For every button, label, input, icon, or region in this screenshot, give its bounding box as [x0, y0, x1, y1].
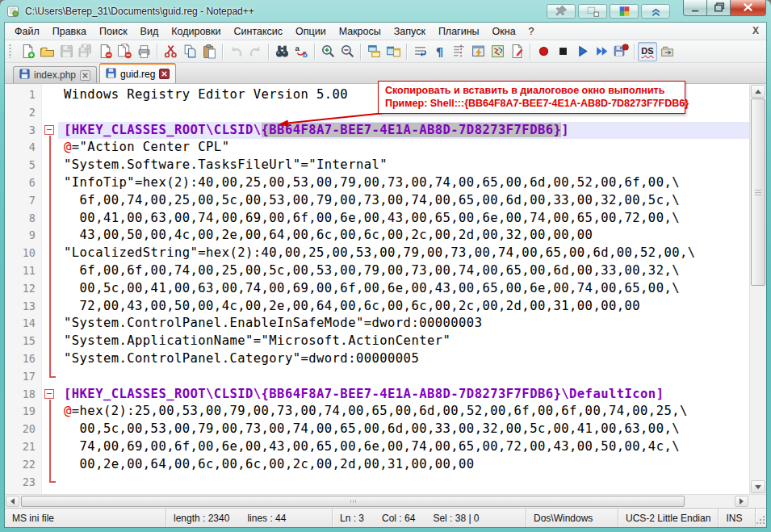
text-area[interactable]: 1Windows Registry Editor Version 5.0023[…: [5, 84, 749, 494]
vertical-scrollbar-thumb[interactable]: [751, 98, 765, 286]
code-text[interactable]: [58, 368, 749, 386]
line-number[interactable]: 2: [5, 104, 42, 122]
menubar-close-icon[interactable]: X: [752, 25, 759, 36]
code-text[interactable]: "System.ControlPanel.Category"=dword:000…: [58, 350, 749, 368]
menu-item-2[interactable]: Правка: [46, 24, 93, 39]
stop-button[interactable]: [553, 42, 572, 61]
code-text[interactable]: "System.Software.TasksFileUrl"="Internal…: [58, 157, 749, 174]
code-text[interactable]: 74,00,69,00,6f,00,6e,00,43,00,65,00,6e,0…: [58, 438, 749, 456]
line-number[interactable]: 4: [5, 139, 42, 157]
record-button[interactable]: [534, 42, 553, 61]
redo-button[interactable]: [245, 42, 265, 61]
horizontal-scrollbar[interactable]: [5, 494, 766, 508]
menu-item-3[interactable]: Поиск: [93, 24, 134, 39]
fold-collapse-icon[interactable]: [44, 125, 54, 135]
copy-button[interactable]: [180, 42, 199, 61]
line-number[interactable]: 21: [5, 438, 42, 456]
zoom-in-button[interactable]: [318, 42, 337, 61]
new-file-button[interactable]: [18, 42, 37, 61]
fold-margin[interactable]: [42, 227, 58, 245]
tab-index.php[interactable]: index.php: [13, 66, 97, 83]
code-text[interactable]: 00,2e,00,64,00,6c,00,6c,00,2c,00,2d,00,3…: [58, 456, 749, 474]
cut-button[interactable]: [161, 42, 180, 61]
fold-margin[interactable]: [42, 262, 58, 280]
menu-item-10[interactable]: Плагины: [432, 24, 486, 39]
save-macro-button[interactable]: [611, 42, 631, 61]
menu-item-6[interactable]: Синтаксис: [227, 24, 289, 39]
line-number[interactable]: 8: [5, 210, 42, 228]
code-text[interactable]: "LocalizedString"=hex(2):40,00,25,00,53,…: [58, 245, 749, 262]
edit-marker-button[interactable]: [507, 42, 526, 61]
fold-margin[interactable]: [42, 104, 58, 122]
fold-margin[interactable]: [42, 139, 58, 157]
code-text[interactable]: 00,5c,00,53,00,79,00,73,00,74,00,65,00,6…: [58, 421, 749, 438]
fold-margin[interactable]: [42, 456, 58, 474]
line-number[interactable]: 20: [5, 421, 42, 438]
line-number[interactable]: 23: [5, 474, 42, 492]
fold-margin[interactable]: [42, 280, 58, 298]
fold-margin[interactable]: [42, 298, 58, 316]
fold-margin[interactable]: [42, 122, 58, 140]
menu-item-9[interactable]: Запуск: [388, 24, 432, 39]
doc-map-button[interactable]: [488, 42, 507, 61]
horizontal-scrollbar-thumb[interactable]: [21, 496, 685, 507]
close-tab-icon[interactable]: [80, 70, 90, 81]
maximize-button[interactable]: [707, 0, 731, 16]
show-symbols-button[interactable]: ¶: [429, 42, 449, 61]
code-text[interactable]: 6f,00,74,00,25,00,5c,00,53,00,79,00,73,0…: [58, 192, 749, 210]
indent-guide-button[interactable]: [449, 42, 468, 61]
code-text[interactable]: "System.ControlPanel.EnableInSafeMode"=d…: [58, 315, 749, 333]
code-text[interactable]: 72,00,43,00,50,00,4c,00,2e,00,64,00,6c,0…: [58, 298, 749, 316]
fold-margin[interactable]: [42, 386, 58, 404]
menu-item-11[interactable]: Окна: [486, 24, 522, 39]
fold-margin[interactable]: [42, 333, 58, 350]
word-wrap-button[interactable]: [410, 42, 429, 61]
horizontal-scrollbar-track[interactable]: [20, 495, 734, 508]
fold-margin[interactable]: [42, 86, 58, 104]
pin-button[interactable]: [547, 4, 576, 19]
scroll-down-icon[interactable]: [751, 480, 765, 493]
fold-margin[interactable]: [42, 421, 58, 438]
title-bar[interactable]: C:\Users\Ветер_31\Documents\guid.reg - N…: [0, 0, 771, 23]
dspell-button[interactable]: DS: [638, 42, 657, 61]
fold-collapse-icon[interactable]: [44, 389, 54, 399]
fold-margin[interactable]: [42, 350, 58, 368]
print-button[interactable]: [134, 42, 153, 61]
fold-margin[interactable]: [42, 315, 58, 333]
open-folder-button[interactable]: [37, 42, 57, 61]
line-number[interactable]: 9: [5, 227, 42, 245]
replace-button[interactable]: ab: [291, 42, 311, 61]
line-number[interactable]: 7: [5, 192, 42, 210]
line-number[interactable]: 18: [5, 386, 42, 404]
line-number[interactable]: 1: [5, 86, 42, 104]
code-text[interactable]: "InfoTip"=hex(2):40,00,25,00,53,00,79,00…: [58, 174, 749, 192]
code-text[interactable]: @="Action Center CPL": [58, 139, 749, 157]
save-button[interactable]: [57, 42, 76, 61]
sync-h-button[interactable]: [383, 42, 403, 61]
code-text[interactable]: 43,00,50,00,4c,00,2e,00,64,00,6c,00,6c,0…: [58, 227, 749, 245]
code-text[interactable]: [HKEY_CLASSES_ROOT\CLSID\{BB64F8A7-BEE7-…: [58, 122, 749, 140]
fold-margin[interactable]: [42, 192, 58, 210]
sync-v-button[interactable]: [364, 42, 383, 61]
line-number[interactable]: 22: [5, 456, 42, 474]
fold-margin[interactable]: [42, 210, 58, 228]
code-text[interactable]: [58, 474, 749, 492]
close-all-button[interactable]: [115, 42, 134, 61]
plugin-misc-button[interactable]: [657, 42, 677, 61]
fold-margin[interactable]: [42, 245, 58, 262]
line-number[interactable]: 12: [5, 280, 42, 298]
rollup-button[interactable]: [641, 4, 670, 19]
code-text[interactable]: 00,41,00,63,00,74,00,69,00,6f,00,6e,00,4…: [58, 210, 749, 228]
close-tab-icon[interactable]: [159, 69, 170, 79]
resize-grip[interactable]: [756, 515, 765, 525]
menu-item-8[interactable]: Макросы: [333, 24, 388, 39]
line-number[interactable]: 11: [5, 262, 42, 280]
preview-button[interactable]: [578, 4, 607, 19]
code-text[interactable]: 00,5c,00,41,00,63,00,74,00,69,00,6f,00,6…: [58, 280, 749, 298]
close-file-button[interactable]: [95, 42, 115, 61]
code-text[interactable]: 6f,00,6f,00,74,00,25,00,5c,00,53,00,79,0…: [58, 262, 749, 280]
find-button[interactable]: [272, 42, 291, 61]
fold-margin[interactable]: [42, 174, 58, 192]
line-number[interactable]: 14: [5, 315, 42, 333]
code-text[interactable]: @=hex(2):25,00,53,00,79,00,73,00,74,00,6…: [58, 403, 749, 421]
